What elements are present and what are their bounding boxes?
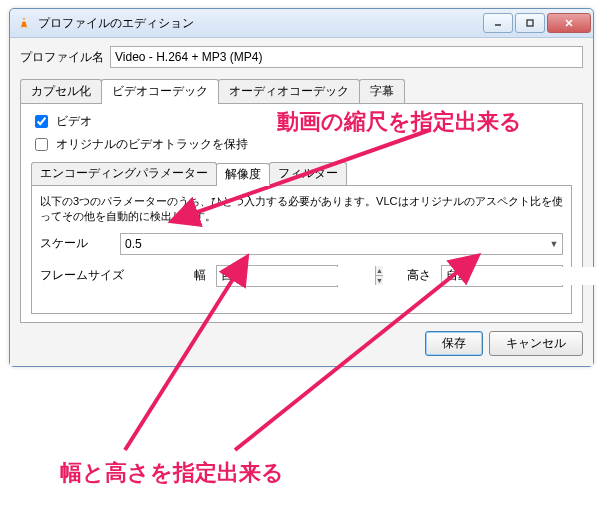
width-input[interactable] xyxy=(217,267,375,285)
window-title: プロファイルのエディション xyxy=(38,15,483,32)
scale-label: スケール xyxy=(40,235,120,252)
save-button[interactable]: 保存 xyxy=(425,331,483,356)
height-label: 高さ xyxy=(407,267,435,284)
svg-rect-2 xyxy=(23,20,26,21)
spinner-down-icon[interactable]: ▼ xyxy=(376,276,383,285)
video-checkbox-row[interactable]: ビデオ xyxy=(31,112,572,131)
video-checkbox[interactable] xyxy=(35,115,48,128)
profile-name-input[interactable] xyxy=(110,46,583,68)
main-tabs: カプセル化 ビデオコーデック オーディオコーデック 字幕 xyxy=(20,78,583,103)
maximize-button[interactable] xyxy=(515,13,545,33)
height-spinner[interactable]: ▲▼ xyxy=(441,265,563,287)
sub-tabs: エンコーディングパラメーター 解像度 フィルター xyxy=(31,162,572,185)
svg-rect-1 xyxy=(19,27,29,29)
width-label: 幅 xyxy=(146,267,210,284)
keep-original-checkbox[interactable] xyxy=(35,138,48,151)
subtab-encoding[interactable]: エンコーディングパラメーター xyxy=(31,162,217,185)
framesize-label: フレームサイズ xyxy=(40,267,140,284)
spinner-up-icon[interactable]: ▲ xyxy=(376,266,383,276)
client-area: プロファイル名 カプセル化 ビデオコーデック オーディオコーデック 字幕 ビデオ… xyxy=(10,38,593,366)
tab-pane: ビデオ オリジナルのビデオトラックを保持 エンコーディングパラメーター 解像度 … xyxy=(20,103,583,323)
subtab-filter[interactable]: フィルター xyxy=(269,162,347,185)
minimize-button[interactable] xyxy=(483,13,513,33)
scale-row: スケール ▼ xyxy=(40,233,563,255)
tab-audio-codec[interactable]: オーディオコーデック xyxy=(218,79,360,103)
video-checkbox-label: ビデオ xyxy=(56,113,92,130)
keep-original-checkbox-label: オリジナルのビデオトラックを保持 xyxy=(56,136,248,153)
annotation-wh: 幅と高さを指定出来る xyxy=(60,458,284,488)
close-button[interactable] xyxy=(547,13,591,33)
tab-video-codec[interactable]: ビデオコーデック xyxy=(101,79,219,104)
scale-combobox[interactable]: ▼ xyxy=(120,233,563,255)
app-icon xyxy=(16,15,32,31)
scale-input[interactable] xyxy=(121,235,546,253)
dialog-buttons: 保存 キャンセル xyxy=(20,331,583,356)
titlebar[interactable]: プロファイルのエディション xyxy=(10,9,593,38)
subtab-resolution[interactable]: 解像度 xyxy=(216,163,270,186)
width-spinner[interactable]: ▲▼ xyxy=(216,265,338,287)
tab-encapsulation[interactable]: カプセル化 xyxy=(20,79,102,103)
profile-name-label: プロファイル名 xyxy=(20,49,104,66)
framesize-row: フレームサイズ 幅 ▲▼ 高さ ▲▼ xyxy=(40,265,563,287)
svg-rect-4 xyxy=(527,20,533,26)
resolution-description: 以下の3つのパラメーターのうち、ひとつ入力する必要があります。VLCはオリジナル… xyxy=(40,194,563,225)
resolution-pane: 以下の3つのパラメーターのうち、ひとつ入力する必要があります。VLCはオリジナル… xyxy=(31,185,572,314)
chevron-down-icon[interactable]: ▼ xyxy=(546,239,562,249)
dialog-window: プロファイルのエディション プロファイル名 カプセル化 ビデオコーデック オーデ… xyxy=(9,8,594,367)
cancel-button[interactable]: キャンセル xyxy=(489,331,583,356)
svg-marker-0 xyxy=(21,17,27,27)
height-input[interactable] xyxy=(442,267,600,285)
tab-subtitle[interactable]: 字幕 xyxy=(359,79,405,103)
keep-original-checkbox-row[interactable]: オリジナルのビデオトラックを保持 xyxy=(31,135,572,154)
